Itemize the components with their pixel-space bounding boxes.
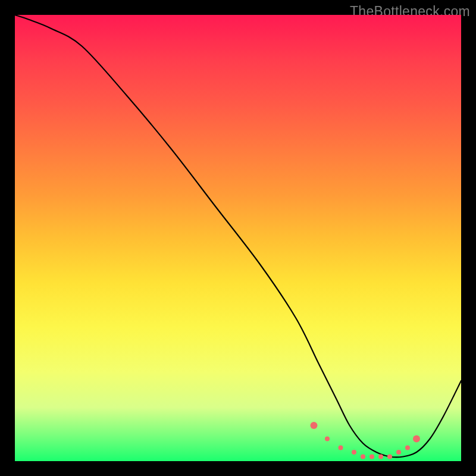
optimal-dot bbox=[405, 446, 410, 450]
optimal-dot bbox=[361, 455, 365, 459]
optimal-dot bbox=[387, 455, 392, 459]
optimal-dot bbox=[369, 455, 374, 459]
bottleneck-curve bbox=[15, 15, 461, 457]
curve-layer bbox=[15, 15, 461, 461]
optimal-dot bbox=[311, 422, 318, 429]
optimal-dot bbox=[325, 437, 330, 441]
optimal-dot bbox=[339, 446, 343, 450]
optimal-dot bbox=[352, 450, 356, 455]
plot-area bbox=[15, 15, 461, 461]
chart-frame: TheBottleneck.com bbox=[0, 0, 476, 476]
optimal-dot bbox=[413, 436, 420, 443]
optimal-dot bbox=[378, 455, 383, 459]
optimal-range-dots bbox=[311, 422, 421, 459]
optimal-dot bbox=[396, 450, 401, 455]
